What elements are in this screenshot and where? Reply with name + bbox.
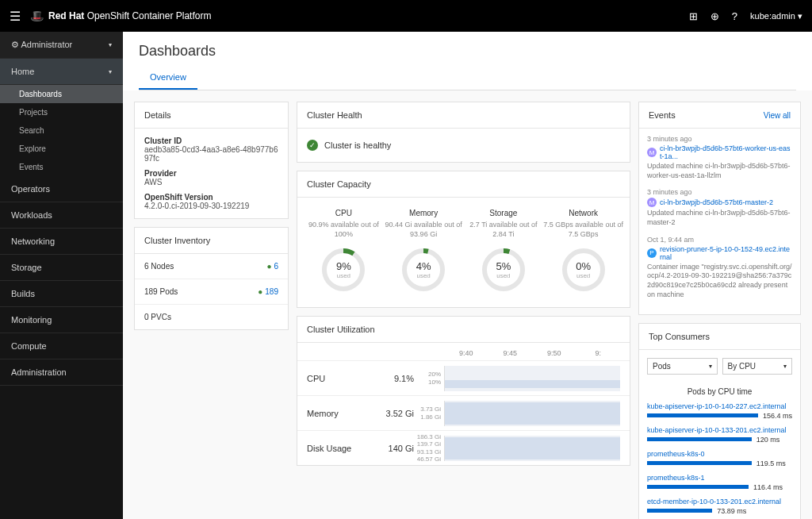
sidebar-section-compute[interactable]: Compute <box>0 333 123 359</box>
provider-value: AWS <box>144 178 278 186</box>
health-status: Cluster is healthy <box>324 140 391 150</box>
sidebar-item-projects[interactable]: Projects <box>0 103 123 121</box>
card-title: Details <box>135 102 288 129</box>
events-card: Events View all 3 minutes ago Mci-ln-br3… <box>638 102 801 315</box>
redhat-icon: 🎩 <box>30 10 44 22</box>
inventory-row[interactable]: 6 Nodes●6 <box>135 254 288 279</box>
inventory-row[interactable]: 189 Pods●189 <box>135 279 288 304</box>
sidebar-section-workloads[interactable]: Workloads <box>0 202 123 229</box>
capacity-card: Cluster Capacity CPU90.9% available out … <box>297 171 630 308</box>
page-header: Dashboards Overview <box>123 32 812 90</box>
consumers-resource-select[interactable]: Pods▾ <box>647 358 718 375</box>
card-title: Cluster Capacity <box>297 171 630 198</box>
version-value: 4.2.0-0.ci-2019-09-30-192219 <box>144 202 278 210</box>
consumer-item[interactable]: prometheus-k8s-1116.4 ms <box>647 474 792 491</box>
sidebar-section-monitoring[interactable]: Monitoring <box>0 307 123 333</box>
cluster-id-label: Cluster ID <box>144 136 278 145</box>
consumer-item[interactable]: prometheus-k8s-0119.5 ms <box>647 450 792 467</box>
inventory-row[interactable]: 0 PVCs <box>135 304 288 329</box>
consumer-item[interactable]: kube-apiserver-ip-10-0-140-227.ec2.inter… <box>647 402 792 420</box>
tabs: Overview <box>139 66 796 90</box>
perspective-switcher[interactable]: ⚙ Administrator▾ <box>0 32 123 59</box>
sidebar-section-storage[interactable]: Storage <box>0 255 123 281</box>
brand-main: Red Hat <box>48 10 84 21</box>
utilization-row-memory: Memory3.52 Gi3.73 Gi1.86 Gi <box>297 395 630 430</box>
health-card: Cluster Health ✓ Cluster is healthy <box>297 102 630 163</box>
sidebar-section-networking[interactable]: Networking <box>0 229 123 255</box>
utilization-card: Cluster Utilization 9:409:459:509: CPU9.… <box>297 316 630 466</box>
topbar-right: ⊞ ⊕ ? kube:admin ▾ <box>689 10 802 22</box>
card-title: Cluster Health <box>297 102 630 129</box>
event-link[interactable]: Prevision-pruner-5-ip-10-0-152-49.ec2.in… <box>647 245 792 261</box>
sidebar-item-events[interactable]: Events <box>0 158 123 176</box>
chevron-down-icon: ▾ <box>109 41 112 48</box>
consumers-metric-select[interactable]: By CPU▾ <box>722 358 793 375</box>
sidebar-item-search[interactable]: Search <box>0 121 123 140</box>
chevron-down-icon: ▾ <box>109 68 112 75</box>
sidebar-item-dashboards[interactable]: Dashboards <box>0 85 123 103</box>
event-item: 3 minutes ago Mci-ln-br3wpjb-d5d6b-57bt6… <box>647 135 792 180</box>
main-content: Dashboards Overview Details Cluster ID a… <box>123 32 812 519</box>
event-link[interactable]: Mci-ln-br3wpjb-d5d6b-57bt6-master-2 <box>647 198 792 207</box>
sidebar-section-home[interactable]: Home▾ <box>0 59 123 85</box>
capacity-memory: Memory90.44 Gi available out of 93.96 Gi… <box>384 209 464 293</box>
card-title: Events <box>649 110 676 120</box>
sidebar-item-explore[interactable]: Explore <box>0 140 123 158</box>
sidebar: ⚙ Administrator▾ Home▾ DashboardsProject… <box>0 32 123 519</box>
provider-label: Provider <box>144 169 278 178</box>
ok-icon: ✓ <box>307 140 318 151</box>
sidebar-section-builds[interactable]: Builds <box>0 281 123 307</box>
cluster-id-value: aedb3a85-0cd3-4aa3-a8e6-48b977b697fc <box>144 145 278 163</box>
utilization-row-cpu: CPU9.1%20%10% <box>297 360 630 395</box>
utilization-row-disk-usage: Disk Usage140 Gi186.3 Gi139.7 Gi93.13 Gi… <box>297 430 630 465</box>
help-icon[interactable]: ? <box>732 10 737 22</box>
capacity-network: Network7.5 GBps available out of 7.5 GBp… <box>543 209 623 293</box>
consumers-card: Top Consumers Pods▾ By CPU▾ Pods by CPU … <box>638 323 801 520</box>
sidebar-section-operators[interactable]: Operators <box>0 176 123 202</box>
event-link[interactable]: Mci-ln-br3wpjb-d5d6b-57bt6-worker-us-eas… <box>647 144 792 160</box>
tab-overview[interactable]: Overview <box>139 66 197 90</box>
details-card: Details Cluster ID aedb3a85-0cd3-4aa3-a8… <box>134 102 289 219</box>
plus-icon[interactable]: ⊕ <box>710 10 719 22</box>
menu-toggle-icon[interactable]: ☰ <box>10 9 21 24</box>
consumer-item[interactable]: etcd-member-ip-10-0-133-201.ec2.internal… <box>647 498 792 515</box>
brand-sub: OpenShift Container Platform <box>87 10 212 21</box>
page-title: Dashboards <box>139 43 796 60</box>
event-item: 3 minutes ago Mci-ln-br3wpjb-d5d6b-57bt6… <box>647 188 792 227</box>
consumers-subtitle: Pods by CPU time <box>647 387 792 396</box>
consumer-item[interactable]: kube-apiserver-ip-10-0-133-201.ec2.inter… <box>647 426 792 444</box>
card-title: Cluster Utilization <box>297 317 630 343</box>
capacity-cpu: CPU90.9% available out of 100% 9%used <box>304 209 384 293</box>
sidebar-section-administration[interactable]: Administration <box>0 359 123 386</box>
card-title: Top Consumers <box>639 324 800 350</box>
apps-icon[interactable]: ⊞ <box>689 10 698 22</box>
card-title: Cluster Inventory <box>135 228 288 254</box>
version-label: OpenShift Version <box>144 193 278 202</box>
inventory-card: Cluster Inventory 6 Nodes●6189 Pods●1890… <box>134 227 289 330</box>
brand-logo: 🎩 Red Hat OpenShift Container Platform <box>30 10 211 22</box>
view-all-link[interactable]: View all <box>764 111 791 120</box>
event-item: Oct 1, 9:44 am Prevision-pruner-5-ip-10-… <box>647 236 792 300</box>
user-menu[interactable]: kube:admin ▾ <box>750 11 802 21</box>
top-bar: ☰ 🎩 Red Hat OpenShift Container Platform… <box>0 0 812 32</box>
capacity-storage: Storage2.7 Ti available out of 2.84 Ti 5… <box>464 209 544 293</box>
